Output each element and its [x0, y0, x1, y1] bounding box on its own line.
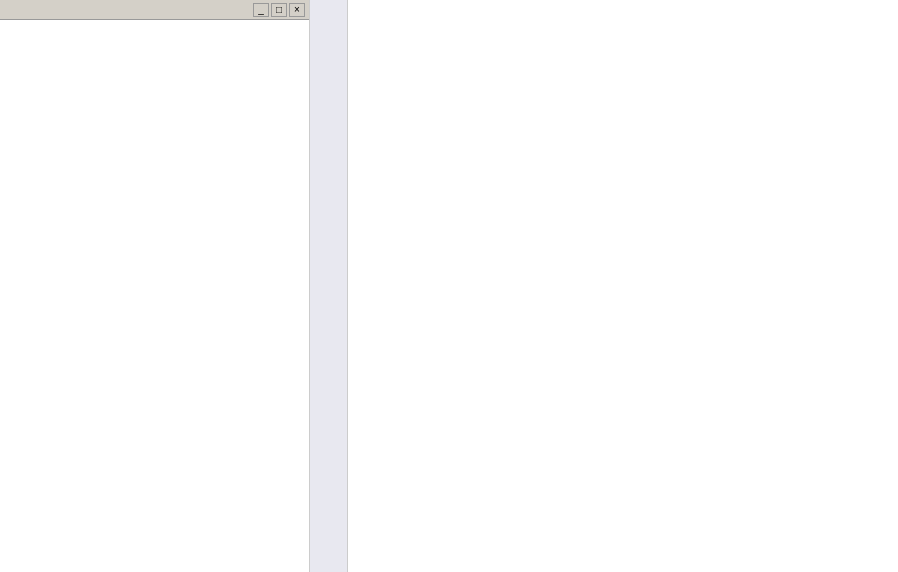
code-content[interactable]	[348, 0, 898, 572]
minimize-button[interactable]: _	[253, 3, 269, 17]
close-button[interactable]: ×	[289, 3, 305, 17]
code-area	[310, 0, 898, 572]
file-tree-panel: _ □ ×	[0, 0, 310, 572]
window-bar: _ □ ×	[0, 0, 309, 20]
maximize-button[interactable]: □	[271, 3, 287, 17]
code-editor-panel	[310, 0, 898, 572]
line-numbers	[310, 0, 348, 572]
project-tree	[0, 20, 309, 24]
